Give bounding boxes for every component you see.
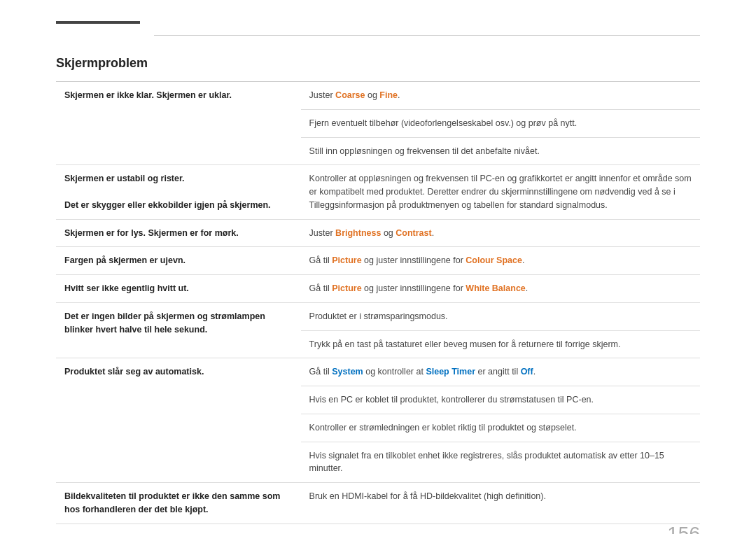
table-row: Hvitt ser ikke egentlig hvitt ut.Gå til … — [56, 275, 700, 303]
table-cell-right: Produktet er i strømsparingsmodus. — [301, 302, 700, 330]
table-cell-right: Kontroller er strømledningen er koblet r… — [301, 414, 700, 442]
table-cell-left: Hvitt ser ikke egentlig hvitt ut. — [56, 275, 301, 303]
table-cell-right: Trykk på en tast på tastaturet eller bev… — [301, 330, 700, 358]
table-cell-right: Gå til Picture og juster innstillingene … — [301, 275, 700, 303]
table-cell-right: Gå til System og kontroller at Sleep Tim… — [301, 358, 700, 386]
table-row: Det er ingen bilder på skjermen og strøm… — [56, 302, 700, 330]
table-row: Produktet slår seg av automatisk.Gå til … — [56, 358, 700, 386]
table-row: Bildekvaliteten til produktet er ikke de… — [56, 483, 700, 524]
table-cell-right: Kontroller at oppløsningen og frekvensen… — [301, 165, 700, 219]
content-table: Skjermen er ikke klar. Skjermen er uklar… — [56, 82, 700, 524]
table-cell-right: Bruk en HDMI-kabel for å få HD-bildekval… — [301, 483, 700, 524]
page-number: 156 — [667, 523, 700, 535]
table-cell-right: Gå til Picture og juster innstillingene … — [301, 247, 700, 275]
page-title: Skjermproblem — [56, 56, 700, 71]
top-bar-decoration — [56, 21, 140, 24]
table-row: Skjermen er ustabil og rister.Det er sky… — [56, 165, 700, 219]
table-cell-right: Fjern eventuelt tilbehør (videoforlengel… — [301, 109, 700, 137]
table-cell-right: Hvis signalet fra en tilkoblet enhet ikk… — [301, 442, 700, 483]
table-cell-left: Bildekvaliteten til produktet er ikke de… — [56, 483, 301, 524]
table-row: Skjermen er for lys. Skjermen er for mør… — [56, 219, 700, 247]
table-cell-right: Juster Brightness og Contrast. — [301, 219, 700, 247]
table-cell-right: Still inn oppløsningen og frekvensen til… — [301, 137, 700, 165]
page-container: Skjermproblem Skjermen er ikke klar. Skj… — [0, 0, 756, 534]
table-cell-right: Juster Coarse og Fine. — [301, 82, 700, 109]
table-cell-left: Skjermen er ustabil og rister.Det er sky… — [56, 165, 301, 219]
table-cell-right: Hvis en PC er koblet til produktet, kont… — [301, 386, 700, 414]
table-cell-left: Skjermen er ikke klar. Skjermen er uklar… — [56, 82, 301, 165]
table-row: Skjermen er ikke klar. Skjermen er uklar… — [56, 82, 700, 109]
table-cell-left: Det er ingen bilder på skjermen og strøm… — [56, 302, 301, 358]
table-cell-left: Fargen på skjermen er ujevn. — [56, 247, 301, 275]
top-line-decoration — [154, 35, 700, 36]
table-row: Fargen på skjermen er ujevn.Gå til Pictu… — [56, 247, 700, 275]
table-cell-left: Produktet slår seg av automatisk. — [56, 358, 301, 483]
table-cell-left: Skjermen er for lys. Skjermen er for mør… — [56, 219, 301, 247]
